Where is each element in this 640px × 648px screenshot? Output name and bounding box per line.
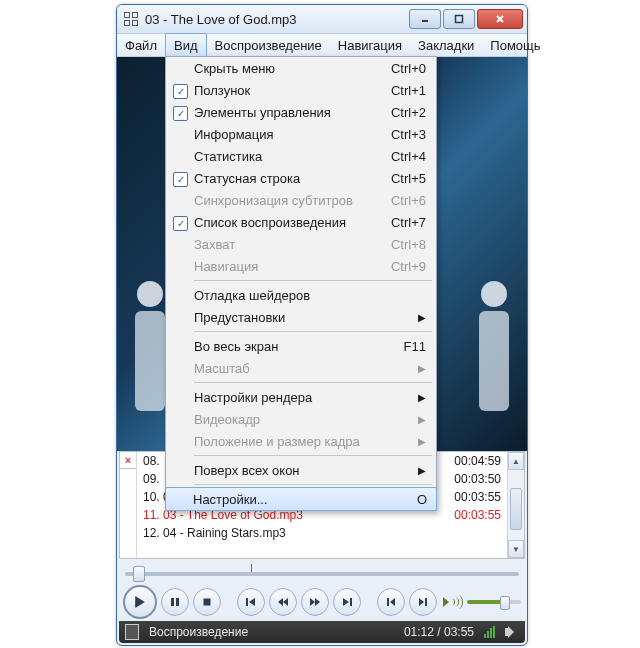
status-time: 01:12 / 03:55 bbox=[404, 625, 474, 639]
menu-fullscreen[interactable]: Во весь экранF11 bbox=[166, 335, 436, 357]
menu-controls[interactable]: ✓Элементы управленияCtrl+2 bbox=[166, 101, 436, 123]
step-forward-button[interactable] bbox=[409, 588, 437, 616]
menu-ontop[interactable]: Поверх всех окон▶ bbox=[166, 459, 436, 481]
svg-rect-8 bbox=[246, 598, 248, 606]
chevron-right-icon: ▶ bbox=[418, 363, 426, 374]
playlist-title: 08. bbox=[143, 454, 160, 468]
signal-icon bbox=[484, 626, 495, 638]
playlist-duration: 00:03:55 bbox=[454, 508, 501, 522]
view-menu-dropdown: Скрыть менюCtrl+0 ✓ПолзунокCtrl+1 ✓Элеме… bbox=[165, 56, 437, 511]
menu-separator bbox=[194, 331, 432, 332]
menu-videoframe: Видеокадр▶ bbox=[166, 408, 436, 430]
menu-navigation[interactable]: Навигация bbox=[330, 34, 410, 56]
svg-marker-17 bbox=[390, 598, 395, 606]
menu-separator bbox=[194, 280, 432, 281]
check-icon: ✓ bbox=[173, 216, 188, 231]
rewind-button[interactable] bbox=[269, 588, 297, 616]
seek-track bbox=[125, 572, 519, 576]
scroll-up-button[interactable]: ▲ bbox=[508, 452, 524, 470]
document-icon bbox=[125, 624, 139, 640]
menu-view[interactable]: Вид bbox=[165, 33, 207, 56]
volume-slider[interactable] bbox=[467, 600, 521, 604]
menu-playback[interactable]: Воспроизведение bbox=[207, 34, 330, 56]
fast-forward-button[interactable] bbox=[301, 588, 329, 616]
playlist-duration: 00:03:55 bbox=[454, 490, 501, 504]
svg-rect-6 bbox=[176, 598, 179, 606]
playlist-close-button[interactable]: × bbox=[119, 451, 137, 469]
prev-track-button[interactable] bbox=[237, 588, 265, 616]
menu-separator bbox=[194, 455, 432, 456]
svg-marker-9 bbox=[249, 598, 255, 606]
playlist-scrollbar[interactable]: ▲ ▼ bbox=[507, 452, 524, 558]
volume-icon[interactable] bbox=[443, 593, 461, 611]
seek-thumb[interactable] bbox=[133, 566, 145, 582]
menu-shader-debug[interactable]: Отладка шейдеров bbox=[166, 284, 436, 306]
svg-rect-15 bbox=[350, 598, 352, 606]
pause-button[interactable] bbox=[161, 588, 189, 616]
check-icon: ✓ bbox=[173, 84, 188, 99]
menu-statistics[interactable]: СтатистикаCtrl+4 bbox=[166, 145, 436, 167]
playlist-title: 09. bbox=[143, 472, 160, 486]
step-back-button[interactable] bbox=[377, 588, 405, 616]
menu-help[interactable]: Помощь bbox=[482, 34, 548, 56]
svg-marker-12 bbox=[310, 598, 315, 606]
app-window: 03 - The Love of God.mp3 Файл Вид Воспро… bbox=[116, 4, 528, 646]
menu-statusbar[interactable]: ✓Статусная строкаCtrl+5 bbox=[166, 167, 436, 189]
menu-information[interactable]: ИнформацияCtrl+3 bbox=[166, 123, 436, 145]
playback-controls bbox=[123, 585, 521, 619]
svg-marker-10 bbox=[278, 598, 283, 606]
volume-thumb[interactable] bbox=[500, 596, 510, 610]
window-buttons bbox=[409, 9, 523, 29]
playlist-duration: 00:04:59 bbox=[454, 454, 501, 468]
svg-marker-18 bbox=[419, 598, 424, 606]
svg-rect-7 bbox=[204, 599, 211, 606]
chevron-right-icon: ▶ bbox=[418, 465, 426, 476]
scroll-thumb[interactable] bbox=[510, 488, 522, 530]
album-art-figure bbox=[471, 281, 517, 431]
chevron-right-icon: ▶ bbox=[418, 392, 426, 403]
playlist-duration: 00:03:50 bbox=[454, 472, 501, 486]
play-button[interactable] bbox=[123, 585, 157, 619]
menu-hide-menu[interactable]: Скрыть менюCtrl+0 bbox=[166, 57, 436, 79]
svg-marker-4 bbox=[135, 596, 145, 608]
menu-separator bbox=[194, 382, 432, 383]
svg-marker-13 bbox=[315, 598, 320, 606]
menu-nav-bar: НавигацияCtrl+9 bbox=[166, 255, 436, 277]
window-title: 03 - The Love of God.mp3 bbox=[145, 12, 403, 27]
menu-seekbar[interactable]: ✓ПолзунокCtrl+1 bbox=[166, 79, 436, 101]
menu-subtitle-sync: Синхронизация субтитровCtrl+6 bbox=[166, 189, 436, 211]
seek-bar[interactable] bbox=[125, 561, 519, 583]
svg-rect-19 bbox=[425, 598, 427, 606]
menu-capture: ЗахватCtrl+8 bbox=[166, 233, 436, 255]
playlist-row[interactable]: 12. 04 - Raining Stars.mp3 bbox=[137, 524, 507, 542]
stop-button[interactable] bbox=[193, 588, 221, 616]
menu-renderer-settings[interactable]: Настройки рендера▶ bbox=[166, 386, 436, 408]
menu-playlist[interactable]: ✓Список воспроизведенияCtrl+7 bbox=[166, 211, 436, 233]
chevron-right-icon: ▶ bbox=[418, 312, 426, 323]
statusbar: Воспроизведение 01:12 / 03:55 bbox=[119, 621, 525, 643]
minimize-button[interactable] bbox=[409, 9, 441, 29]
status-text: Воспроизведение bbox=[149, 625, 248, 639]
chevron-right-icon: ▶ bbox=[418, 414, 426, 425]
maximize-button[interactable] bbox=[443, 9, 475, 29]
next-track-button[interactable] bbox=[333, 588, 361, 616]
close-button[interactable] bbox=[477, 9, 523, 29]
check-icon: ✓ bbox=[173, 106, 188, 121]
svg-marker-11 bbox=[283, 598, 288, 606]
speaker-icon[interactable] bbox=[505, 626, 519, 638]
svg-rect-5 bbox=[171, 598, 174, 606]
menu-bookmarks[interactable]: Закладки bbox=[410, 34, 482, 56]
menu-file[interactable]: Файл bbox=[117, 34, 165, 56]
app-icon bbox=[123, 11, 139, 27]
menubar: Файл Вид Воспроизведение Навигация Закла… bbox=[117, 34, 527, 57]
check-icon: ✓ bbox=[173, 172, 188, 187]
svg-rect-1 bbox=[456, 16, 463, 23]
svg-rect-16 bbox=[387, 598, 389, 606]
scroll-down-button[interactable]: ▼ bbox=[508, 540, 524, 558]
menu-separator bbox=[194, 484, 432, 485]
seek-tick bbox=[251, 564, 252, 572]
menu-options[interactable]: Настройки...O bbox=[165, 487, 437, 511]
menu-zoom: Масштаб▶ bbox=[166, 357, 436, 379]
titlebar: 03 - The Love of God.mp3 bbox=[117, 5, 527, 34]
menu-presets[interactable]: Предустановки▶ bbox=[166, 306, 436, 328]
